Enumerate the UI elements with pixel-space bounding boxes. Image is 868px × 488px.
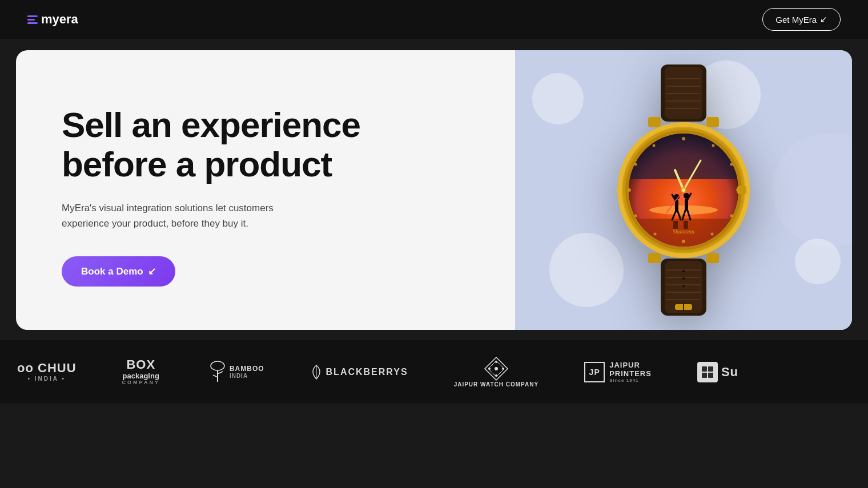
logo-text: myera bbox=[41, 12, 78, 27]
svg-point-35 bbox=[730, 163, 733, 166]
navbar: myera Get MyEra ↙ bbox=[0, 0, 868, 39]
book-demo-button[interactable]: Book a Demo ↙ bbox=[62, 256, 175, 287]
svg-point-72 bbox=[495, 361, 497, 363]
svg-point-75 bbox=[488, 368, 491, 370]
svg-point-49 bbox=[682, 188, 685, 192]
watch-image: Shantanu bbox=[586, 64, 781, 316]
hero-right: Shantanu bbox=[515, 50, 852, 330]
svg-point-73 bbox=[502, 368, 504, 370]
svg-point-44 bbox=[653, 144, 656, 147]
book-demo-arrow: ↙ bbox=[148, 265, 156, 277]
hero-left: Sell an experience before a product MyEr… bbox=[16, 50, 515, 330]
svg-rect-1 bbox=[665, 67, 702, 119]
hero-subtitle: MyEra's visual integration solutions let… bbox=[62, 200, 290, 231]
svg-rect-76 bbox=[702, 366, 707, 372]
svg-rect-7 bbox=[648, 117, 661, 127]
svg-point-33 bbox=[682, 137, 685, 140]
watch-container: Shantanu bbox=[575, 64, 792, 316]
svg-rect-51 bbox=[737, 186, 746, 194]
svg-text:Shantanu: Shantanu bbox=[673, 228, 694, 235]
logo-line-1 bbox=[27, 15, 38, 17]
svg-rect-79 bbox=[708, 373, 713, 378]
brand-jaipur-printers: JP JAIPUR PRINTERS Since 1941 bbox=[584, 361, 652, 383]
svg-rect-8 bbox=[706, 117, 719, 127]
svg-rect-32 bbox=[684, 221, 688, 229]
svg-point-43 bbox=[634, 163, 637, 166]
svg-rect-31 bbox=[673, 221, 678, 229]
brand-blackberrys: BLACKBERRYS bbox=[310, 364, 408, 380]
svg-point-71 bbox=[495, 367, 498, 370]
book-demo-label: Book a Demo bbox=[81, 266, 143, 277]
logo-icon bbox=[27, 15, 38, 24]
brands-strip: oo CHUU • INDIA • BOX packaging COMPANY bbox=[0, 340, 868, 404]
brand-jaipur-watch: JAIPUR WATCH COMPANY bbox=[454, 356, 539, 388]
hero-title-line2: before a product bbox=[62, 144, 332, 184]
brand-partial: Su bbox=[697, 362, 738, 382]
svg-point-41 bbox=[634, 215, 637, 217]
hero-title-line1: Sell an experience bbox=[62, 105, 360, 144]
svg-rect-77 bbox=[708, 366, 713, 372]
svg-point-37 bbox=[730, 215, 733, 217]
svg-point-42 bbox=[628, 188, 631, 192]
hero-card: Sell an experience before a product MyEr… bbox=[16, 50, 852, 330]
svg-rect-10 bbox=[706, 253, 719, 263]
svg-point-63 bbox=[682, 285, 685, 287]
svg-rect-9 bbox=[648, 253, 661, 263]
svg-point-38 bbox=[711, 233, 714, 236]
svg-rect-78 bbox=[702, 373, 707, 378]
svg-point-61 bbox=[682, 270, 685, 272]
get-myera-button[interactable]: Get MyEra ↙ bbox=[762, 8, 841, 31]
logo[interactable]: myera bbox=[27, 12, 78, 27]
brand-bamboo: BAMBOO INDIA bbox=[206, 360, 264, 384]
svg-line-67 bbox=[213, 375, 218, 377]
svg-point-64 bbox=[211, 361, 224, 370]
logo-line-3 bbox=[27, 22, 38, 24]
svg-point-74 bbox=[495, 374, 497, 377]
hero-title: Sell an experience before a product bbox=[62, 105, 481, 184]
brands-inner: oo CHUU • INDIA • BOX packaging COMPANY bbox=[0, 356, 868, 388]
main-content: Sell an experience before a product MyEr… bbox=[0, 39, 868, 330]
get-myera-arrow: ↙ bbox=[820, 14, 827, 25]
svg-point-34 bbox=[712, 144, 715, 147]
svg-line-66 bbox=[218, 372, 223, 374]
logo-lines bbox=[27, 15, 38, 24]
svg-point-40 bbox=[654, 233, 657, 236]
brand-box-packaging: BOX packaging COMPANY bbox=[122, 358, 160, 385]
svg-point-62 bbox=[682, 277, 685, 280]
brand-oochuu: oo CHUU • INDIA • bbox=[17, 362, 77, 382]
get-myera-label: Get MyEra bbox=[775, 15, 817, 25]
logo-line-2 bbox=[27, 19, 35, 21]
svg-point-39 bbox=[682, 240, 685, 243]
